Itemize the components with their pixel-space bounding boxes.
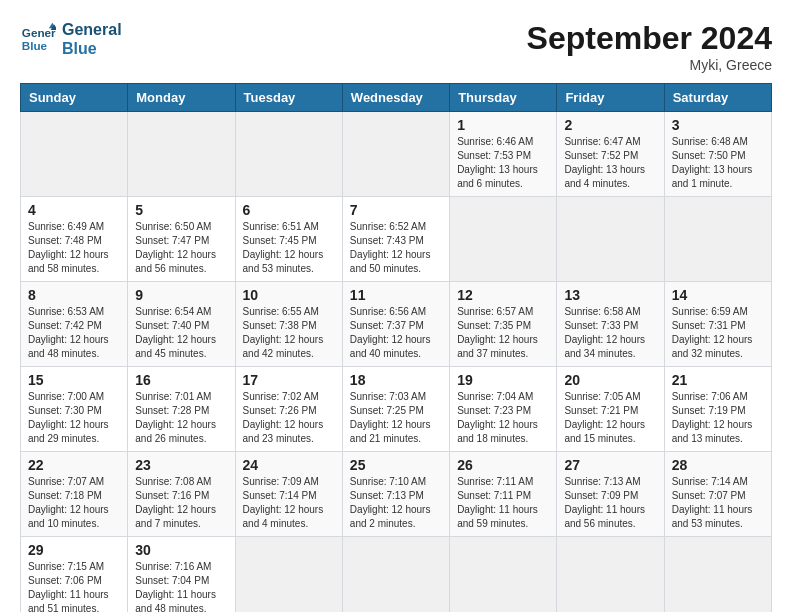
calendar-cell (128, 112, 235, 197)
calendar-cell: 17 Sunrise: 7:02 AMSunset: 7:26 PMDaylig… (235, 367, 342, 452)
calendar-cell: 26 Sunrise: 7:11 AMSunset: 7:11 PMDaylig… (450, 452, 557, 537)
day-number: 29 (28, 542, 120, 558)
calendar-cell: 29 Sunrise: 7:15 AMSunset: 7:06 PMDaylig… (21, 537, 128, 613)
calendar-cell (557, 537, 664, 613)
calendar-row-2: 8 Sunrise: 6:53 AMSunset: 7:42 PMDayligh… (21, 282, 772, 367)
sunrise-text: Sunrise: 6:49 AMSunset: 7:48 PMDaylight:… (28, 221, 109, 274)
sunrise-text: Sunrise: 7:10 AMSunset: 7:13 PMDaylight:… (350, 476, 431, 529)
logo-icon: General Blue (20, 21, 56, 57)
calendar-cell: 18 Sunrise: 7:03 AMSunset: 7:25 PMDaylig… (342, 367, 449, 452)
calendar-cell: 1 Sunrise: 6:46 AMSunset: 7:53 PMDayligh… (450, 112, 557, 197)
calendar-cell: 9 Sunrise: 6:54 AMSunset: 7:40 PMDayligh… (128, 282, 235, 367)
sunrise-text: Sunrise: 7:09 AMSunset: 7:14 PMDaylight:… (243, 476, 324, 529)
sunrise-text: Sunrise: 7:14 AMSunset: 7:07 PMDaylight:… (672, 476, 753, 529)
header-row: SundayMondayTuesdayWednesdayThursdayFrid… (21, 84, 772, 112)
calendar-row-4: 22 Sunrise: 7:07 AMSunset: 7:18 PMDaylig… (21, 452, 772, 537)
day-number: 25 (350, 457, 442, 473)
day-number: 19 (457, 372, 549, 388)
sunrise-text: Sunrise: 6:56 AMSunset: 7:37 PMDaylight:… (350, 306, 431, 359)
calendar-cell (450, 197, 557, 282)
sunrise-text: Sunrise: 6:52 AMSunset: 7:43 PMDaylight:… (350, 221, 431, 274)
sunrise-text: Sunrise: 7:07 AMSunset: 7:18 PMDaylight:… (28, 476, 109, 529)
svg-text:Blue: Blue (22, 39, 48, 52)
calendar-cell: 21 Sunrise: 7:06 AMSunset: 7:19 PMDaylig… (664, 367, 771, 452)
day-number: 2 (564, 117, 656, 133)
calendar-cell: 7 Sunrise: 6:52 AMSunset: 7:43 PMDayligh… (342, 197, 449, 282)
day-number: 6 (243, 202, 335, 218)
day-number: 26 (457, 457, 549, 473)
calendar-row-3: 15 Sunrise: 7:00 AMSunset: 7:30 PMDaylig… (21, 367, 772, 452)
sunrise-text: Sunrise: 6:48 AMSunset: 7:50 PMDaylight:… (672, 136, 753, 189)
calendar-cell: 5 Sunrise: 6:50 AMSunset: 7:47 PMDayligh… (128, 197, 235, 282)
calendar-cell: 25 Sunrise: 7:10 AMSunset: 7:13 PMDaylig… (342, 452, 449, 537)
logo-general: General (62, 20, 122, 39)
sunrise-text: Sunrise: 6:50 AMSunset: 7:47 PMDaylight:… (135, 221, 216, 274)
calendar-cell: 23 Sunrise: 7:08 AMSunset: 7:16 PMDaylig… (128, 452, 235, 537)
calendar-row-5: 29 Sunrise: 7:15 AMSunset: 7:06 PMDaylig… (21, 537, 772, 613)
day-number: 21 (672, 372, 764, 388)
day-number: 8 (28, 287, 120, 303)
sunrise-text: Sunrise: 6:59 AMSunset: 7:31 PMDaylight:… (672, 306, 753, 359)
sunrise-text: Sunrise: 7:08 AMSunset: 7:16 PMDaylight:… (135, 476, 216, 529)
calendar-cell: 20 Sunrise: 7:05 AMSunset: 7:21 PMDaylig… (557, 367, 664, 452)
calendar-cell: 12 Sunrise: 6:57 AMSunset: 7:35 PMDaylig… (450, 282, 557, 367)
month-title: September 2024 Myki, Greece (527, 20, 772, 73)
calendar-cell: 28 Sunrise: 7:14 AMSunset: 7:07 PMDaylig… (664, 452, 771, 537)
day-number: 5 (135, 202, 227, 218)
day-number: 9 (135, 287, 227, 303)
day-number: 18 (350, 372, 442, 388)
calendar-cell: 3 Sunrise: 6:48 AMSunset: 7:50 PMDayligh… (664, 112, 771, 197)
day-number: 11 (350, 287, 442, 303)
day-number: 22 (28, 457, 120, 473)
day-number: 16 (135, 372, 227, 388)
calendar-cell (21, 112, 128, 197)
calendar-cell: 11 Sunrise: 6:56 AMSunset: 7:37 PMDaylig… (342, 282, 449, 367)
day-number: 23 (135, 457, 227, 473)
sunrise-text: Sunrise: 6:53 AMSunset: 7:42 PMDaylight:… (28, 306, 109, 359)
day-number: 24 (243, 457, 335, 473)
calendar-cell (664, 197, 771, 282)
sunrise-text: Sunrise: 7:13 AMSunset: 7:09 PMDaylight:… (564, 476, 645, 529)
calendar-cell: 16 Sunrise: 7:01 AMSunset: 7:28 PMDaylig… (128, 367, 235, 452)
sunrise-text: Sunrise: 6:55 AMSunset: 7:38 PMDaylight:… (243, 306, 324, 359)
header-cell-saturday: Saturday (664, 84, 771, 112)
calendar-cell (235, 112, 342, 197)
calendar-row-0: 1 Sunrise: 6:46 AMSunset: 7:53 PMDayligh… (21, 112, 772, 197)
sunrise-text: Sunrise: 7:02 AMSunset: 7:26 PMDaylight:… (243, 391, 324, 444)
calendar-cell: 10 Sunrise: 6:55 AMSunset: 7:38 PMDaylig… (235, 282, 342, 367)
sunrise-text: Sunrise: 6:47 AMSunset: 7:52 PMDaylight:… (564, 136, 645, 189)
calendar-cell (235, 537, 342, 613)
sunrise-text: Sunrise: 7:16 AMSunset: 7:04 PMDaylight:… (135, 561, 216, 612)
sunrise-text: Sunrise: 6:58 AMSunset: 7:33 PMDaylight:… (564, 306, 645, 359)
sunrise-text: Sunrise: 7:11 AMSunset: 7:11 PMDaylight:… (457, 476, 538, 529)
calendar-cell: 6 Sunrise: 6:51 AMSunset: 7:45 PMDayligh… (235, 197, 342, 282)
day-number: 12 (457, 287, 549, 303)
calendar-cell: 14 Sunrise: 6:59 AMSunset: 7:31 PMDaylig… (664, 282, 771, 367)
calendar-cell: 15 Sunrise: 7:00 AMSunset: 7:30 PMDaylig… (21, 367, 128, 452)
sunrise-text: Sunrise: 7:05 AMSunset: 7:21 PMDaylight:… (564, 391, 645, 444)
page-header: General Blue General Blue September 2024… (20, 20, 772, 73)
sunrise-text: Sunrise: 7:06 AMSunset: 7:19 PMDaylight:… (672, 391, 753, 444)
calendar-cell: 13 Sunrise: 6:58 AMSunset: 7:33 PMDaylig… (557, 282, 664, 367)
calendar-header: SundayMondayTuesdayWednesdayThursdayFrid… (21, 84, 772, 112)
sunrise-text: Sunrise: 7:15 AMSunset: 7:06 PMDaylight:… (28, 561, 109, 612)
day-number: 1 (457, 117, 549, 133)
calendar-cell: 22 Sunrise: 7:07 AMSunset: 7:18 PMDaylig… (21, 452, 128, 537)
sunrise-text: Sunrise: 6:51 AMSunset: 7:45 PMDaylight:… (243, 221, 324, 274)
day-number: 13 (564, 287, 656, 303)
day-number: 14 (672, 287, 764, 303)
calendar-cell (557, 197, 664, 282)
calendar-cell: 19 Sunrise: 7:04 AMSunset: 7:23 PMDaylig… (450, 367, 557, 452)
calendar-table: SundayMondayTuesdayWednesdayThursdayFrid… (20, 83, 772, 612)
day-number: 4 (28, 202, 120, 218)
day-number: 30 (135, 542, 227, 558)
calendar-body: 1 Sunrise: 6:46 AMSunset: 7:53 PMDayligh… (21, 112, 772, 613)
header-cell-monday: Monday (128, 84, 235, 112)
sunrise-text: Sunrise: 6:46 AMSunset: 7:53 PMDaylight:… (457, 136, 538, 189)
calendar-cell: 4 Sunrise: 6:49 AMSunset: 7:48 PMDayligh… (21, 197, 128, 282)
header-cell-friday: Friday (557, 84, 664, 112)
day-number: 10 (243, 287, 335, 303)
calendar-cell: 27 Sunrise: 7:13 AMSunset: 7:09 PMDaylig… (557, 452, 664, 537)
day-number: 15 (28, 372, 120, 388)
sunrise-text: Sunrise: 6:54 AMSunset: 7:40 PMDaylight:… (135, 306, 216, 359)
